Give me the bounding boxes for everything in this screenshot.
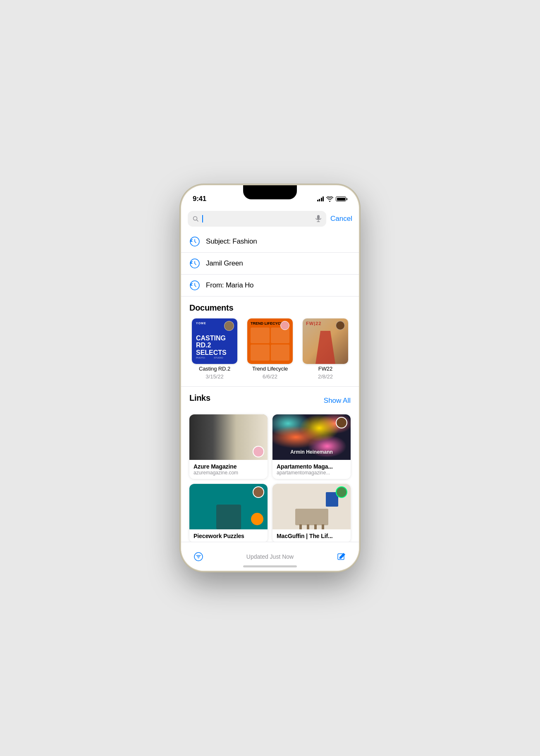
notch <box>243 185 297 199</box>
phone-wrapper: 9:41 <box>181 185 359 571</box>
link-info-azure: Azure Magazine azuremagazine.com <box>189 460 268 479</box>
doc-casting-title: CASTINGRD.2SELECTS <box>196 335 227 356</box>
doc-name-fw22: FW22 <box>318 366 332 372</box>
wifi-icon <box>326 196 333 202</box>
show-all-button[interactable]: Show All <box>324 397 351 405</box>
doc-casting-sub: PHOTO:STUDIO <box>196 356 223 359</box>
link-info-apartamento: Apartamento Maga... apartamentomagazine.… <box>272 460 351 479</box>
filter-button[interactable] <box>191 549 206 564</box>
links-title: Links <box>189 393 210 403</box>
link-card-macguffin[interactable]: MacGuffin | The Lif... <box>272 484 351 542</box>
doc-fw22-cat <box>336 321 345 330</box>
doc-item-trend[interactable]: TREND LIFECYCLE <box>245 318 295 380</box>
links-grid: Azure Magazine azuremagazine.com Armin H… <box>189 414 351 542</box>
compose-button[interactable] <box>334 549 349 564</box>
doc-thumbnail-fw22: FW|22 <box>303 318 348 364</box>
link-thumbnail-azure <box>189 414 268 460</box>
link-card-azure[interactable]: Azure Magazine azuremagazine.com <box>189 414 268 479</box>
piecework-avatar <box>253 486 264 498</box>
doc-date-trend: 6/6/22 <box>263 373 277 380</box>
documents-grid: YOME CASTINGRD.2SELECTS PHOTO:STUDIO Cas… <box>189 318 351 386</box>
link-info-macguffin: MacGuffin | The Lif... <box>272 529 351 542</box>
doc-item-fw22[interactable]: FW|22 FW22 2/8/22 <box>300 318 351 380</box>
search-input[interactable] <box>202 215 312 223</box>
status-icons <box>317 196 348 202</box>
suggestion-row-3[interactable]: From: Maria Ho <box>181 275 359 297</box>
history-icon-2 <box>189 258 200 269</box>
suggestion-text-2: Jamil Green <box>206 259 243 268</box>
link-thumbnail-apartamento: Armin Heinemann <box>272 414 351 460</box>
doc-thumbnail-casting: YOME CASTINGRD.2SELECTS PHOTO:STUDIO <box>192 318 237 364</box>
link-thumbnail-macguffin <box>272 484 351 529</box>
signal-bars-icon <box>317 196 324 201</box>
mic-icon[interactable] <box>315 215 321 222</box>
compose-icon <box>337 552 346 561</box>
macguffin-table <box>295 509 328 525</box>
doc-date-casting: 3/15/22 <box>205 373 223 380</box>
link-title-azure: Azure Magazine <box>194 463 263 470</box>
suggestion-text-1: Subject: Fashion <box>206 237 257 246</box>
suggestion-row-1[interactable]: Subject: Fashion <box>181 231 359 253</box>
doc-trend-avatar <box>280 321 289 330</box>
doc-casting-avatar <box>224 321 234 331</box>
doc-date-fw22: 2/8/22 <box>318 373 333 380</box>
link-card-apartamento[interactable]: Armin Heinemann Apartamento Maga... apar… <box>272 414 351 479</box>
documents-section: Documents YOME CASTINGRD.2SELECTS PH <box>181 297 359 386</box>
link-title-apartamento: Apartamento Maga... <box>277 463 346 470</box>
link-apart-avatar <box>336 417 347 428</box>
svg-rect-2 <box>317 215 320 220</box>
links-section: Links Show All <box>181 387 359 542</box>
link-url-azure: azuremagazine.com <box>194 470 263 476</box>
macguffin-legs <box>299 524 324 529</box>
link-title-macguffin: MacGuffin | The Lif... <box>277 533 346 539</box>
filter-icon <box>194 552 203 562</box>
link-title-piecework: Piecework Puzzles <box>194 533 263 539</box>
cancel-button[interactable]: Cancel <box>330 215 352 223</box>
history-icon <box>189 236 200 247</box>
link-url-apartamento: apartamentomagazine... <box>277 470 346 476</box>
status-bar: 9:41 <box>181 185 359 207</box>
doc-fw22-figure <box>313 331 338 364</box>
links-header: Links Show All <box>189 393 351 409</box>
macguffin-avatar <box>336 486 347 498</box>
history-icon-3 <box>189 280 200 291</box>
suggestion-row-2[interactable]: Jamil Green <box>181 253 359 275</box>
doc-thumbnail-trend: TREND LIFECYCLE <box>247 318 293 364</box>
link-azure-avatar <box>253 446 264 457</box>
search-icon <box>193 216 198 222</box>
search-bar-container: Cancel <box>181 207 359 231</box>
battery-icon <box>336 196 347 201</box>
doc-item-casting[interactable]: YOME CASTINGRD.2SELECTS PHOTO:STUDIO Cas… <box>189 318 240 380</box>
piecework-box <box>216 505 241 529</box>
search-bar[interactable] <box>188 211 326 227</box>
doc-trend-grid <box>247 326 293 364</box>
doc-fw22-title: FW|22 <box>306 321 321 326</box>
piecework-fruit <box>251 513 263 525</box>
status-time: 9:41 <box>193 195 206 203</box>
home-indicator <box>243 565 297 567</box>
link-info-piecework: Piecework Puzzles <box>189 529 268 542</box>
doc-casting-brand: YOME <box>196 322 206 325</box>
phone-frame: 9:41 <box>181 185 359 571</box>
bottom-status: Updated Just Now <box>206 553 334 560</box>
doc-name-trend: Trend Lifecycle <box>252 366 288 372</box>
documents-title: Documents <box>189 303 351 313</box>
link-thumbnail-piecework <box>189 484 268 529</box>
link-card-piecework[interactable]: Piecework Puzzles <box>189 484 268 542</box>
phone-screen: 9:41 <box>181 185 359 571</box>
svg-line-1 <box>197 220 198 222</box>
suggestion-text-3: From: Maria Ho <box>206 281 253 289</box>
content-area: Cancel Subject: Fashion <box>181 207 359 542</box>
link-apart-name: Armin Heinemann <box>272 449 351 455</box>
doc-name-casting: Casting RD.2 <box>199 366 230 372</box>
